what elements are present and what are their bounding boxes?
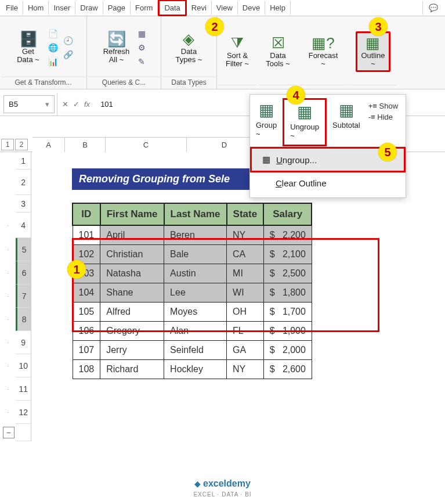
formula-value[interactable]: 101 bbox=[95, 93, 119, 116]
cell[interactable]: April bbox=[100, 225, 164, 245]
cell[interactable]: 101 bbox=[73, 225, 100, 245]
cell[interactable]: $ 2,600 bbox=[263, 360, 312, 379]
cell[interactable]: Natasha bbox=[100, 264, 164, 283]
edit-links-icon[interactable]: ✎ bbox=[135, 55, 148, 68]
from-table-icon[interactable]: 📊 bbox=[47, 55, 60, 68]
header-state[interactable]: State bbox=[227, 203, 264, 225]
cell[interactable]: Bale bbox=[164, 245, 227, 264]
header-salary[interactable]: Salary bbox=[263, 203, 312, 225]
cell[interactable]: Richard bbox=[100, 360, 164, 379]
outline-level-2[interactable]: 2 bbox=[15, 139, 28, 150]
cell[interactable]: Christian bbox=[100, 245, 164, 264]
cell[interactable]: CA bbox=[227, 245, 264, 264]
ungroup-button[interactable]: ▦ Ungroup~ bbox=[283, 98, 327, 146]
table-row[interactable]: 101AprilBerenNY$ 2,200 bbox=[73, 225, 312, 245]
table-row[interactable]: 105AlfredMoyesOH$ 1,700 bbox=[73, 303, 312, 322]
table-row[interactable]: 102ChristianBaleCA$ 2,100 bbox=[73, 245, 312, 264]
row-6[interactable]: 6 bbox=[16, 261, 31, 285]
cell[interactable]: $ 1,800 bbox=[263, 283, 312, 303]
header-last[interactable]: Last Name bbox=[164, 203, 227, 225]
existing-conn-icon[interactable]: 🔗 bbox=[62, 48, 75, 61]
cell[interactable]: Gregory bbox=[100, 322, 164, 341]
tab-draw[interactable]: Draw bbox=[75, 1, 103, 15]
tab-review[interactable]: Revi bbox=[187, 1, 212, 15]
comments-icon[interactable]: 💬 bbox=[422, 1, 444, 15]
group-button[interactable]: ▦ Group~ bbox=[250, 98, 283, 143]
cell[interactable]: Seinfeld bbox=[164, 341, 227, 360]
tab-help[interactable]: Help bbox=[265, 1, 291, 15]
col-header-c[interactable]: C bbox=[106, 137, 187, 152]
cell[interactable]: NY bbox=[227, 360, 264, 379]
tab-formulas[interactable]: Form bbox=[131, 1, 158, 15]
chevron-down-icon[interactable]: ▾ bbox=[45, 100, 49, 109]
cell[interactable]: $ 1,900 bbox=[263, 322, 312, 341]
row-2[interactable]: 2 bbox=[16, 170, 31, 195]
fx-icon[interactable]: fx bbox=[84, 100, 90, 109]
col-header-a[interactable]: A bbox=[32, 137, 65, 152]
properties-icon[interactable]: ⚙ bbox=[135, 41, 148, 54]
table-row[interactable]: 107JerrySeinfeldGA$ 2,000 bbox=[73, 341, 312, 360]
table-row[interactable]: 103NatashaAustinMI$ 2,500 bbox=[73, 264, 312, 283]
cell[interactable]: 104 bbox=[73, 283, 100, 303]
cell[interactable]: $ 2,200 bbox=[263, 225, 312, 245]
row-11[interactable]: 11 bbox=[16, 377, 31, 401]
row-3[interactable]: 3 bbox=[16, 195, 31, 213]
header-first[interactable]: First Name bbox=[100, 203, 164, 225]
cell[interactable]: Beren bbox=[164, 225, 227, 245]
cancel-icon[interactable]: ✕ bbox=[62, 100, 68, 109]
tab-home[interactable]: Hom bbox=[23, 1, 49, 15]
queries-icon[interactable]: ▦ bbox=[135, 27, 148, 40]
cell[interactable]: Lee bbox=[164, 283, 227, 303]
row-8[interactable]: 8 bbox=[16, 308, 31, 331]
cell[interactable]: MI bbox=[227, 264, 264, 283]
cell[interactable]: 108 bbox=[73, 360, 100, 379]
cell[interactable]: Alan bbox=[164, 322, 227, 341]
cell[interactable]: $ 2,500 bbox=[263, 264, 312, 283]
cell[interactable]: $ 2,100 bbox=[263, 245, 312, 264]
tab-view[interactable]: View bbox=[212, 1, 238, 15]
outline-button[interactable]: ▦ Outline~ bbox=[356, 31, 390, 73]
cell[interactable]: FL bbox=[227, 322, 264, 341]
cell[interactable]: Moyes bbox=[164, 303, 227, 322]
name-box[interactable]: B5 ▾ bbox=[3, 95, 55, 113]
from-web-icon[interactable]: 🌐 bbox=[47, 41, 60, 54]
cell[interactable]: Austin bbox=[164, 264, 227, 283]
get-data-button[interactable]: 🗄️ GetData ~ bbox=[12, 29, 45, 67]
outline-collapse[interactable]: − bbox=[3, 427, 15, 438]
tab-data[interactable]: Data bbox=[158, 0, 186, 16]
data-tools-button[interactable]: ☒ DataTools ~ bbox=[262, 33, 294, 71]
enter-icon[interactable]: ✓ bbox=[73, 100, 79, 109]
data-types-button[interactable]: ◈ DataTypes ~ bbox=[172, 29, 206, 67]
tab-file[interactable]: File bbox=[1, 1, 23, 15]
table-row[interactable]: 108RichardHockleyNY$ 2,600 bbox=[73, 360, 312, 379]
cell[interactable]: Hockley bbox=[164, 360, 227, 379]
row-1[interactable]: 1 bbox=[16, 152, 31, 170]
row-7[interactable]: 7 bbox=[16, 285, 31, 308]
row-9[interactable]: 9 bbox=[16, 331, 31, 354]
cell[interactable]: Alfred bbox=[100, 303, 164, 322]
refresh-all-button[interactable]: 🔄 RefreshAll ~ bbox=[100, 29, 133, 67]
cell[interactable]: 106 bbox=[73, 322, 100, 341]
table-row[interactable]: 106GregoryAlanFL$ 1,900 bbox=[73, 322, 312, 341]
row-10[interactable]: 10 bbox=[16, 354, 31, 377]
table-row[interactable]: 104ShaneLeeWI$ 1,800 bbox=[73, 283, 312, 303]
cell[interactable]: WI bbox=[227, 283, 264, 303]
forecast-button[interactable]: ▦? Forecast~ bbox=[305, 33, 342, 71]
recent-sources-icon[interactable]: 🕘 bbox=[62, 34, 75, 47]
hide-detail[interactable]: -≡ Hide bbox=[368, 113, 398, 121]
from-text-icon[interactable]: 📄 bbox=[47, 27, 60, 40]
tab-page[interactable]: Page bbox=[103, 1, 131, 15]
cell[interactable]: $ 1,700 bbox=[263, 303, 312, 322]
tab-developer[interactable]: Deve bbox=[238, 1, 265, 15]
cell[interactable]: OH bbox=[227, 303, 264, 322]
cell[interactable]: GA bbox=[227, 341, 264, 360]
cell[interactable]: Jerry bbox=[100, 341, 164, 360]
cell[interactable]: Shane bbox=[100, 283, 164, 303]
row-4[interactable]: 4 bbox=[16, 213, 31, 238]
subtotal-button[interactable]: ▦ Subtotal bbox=[327, 98, 366, 134]
tab-insert[interactable]: Inser bbox=[49, 1, 75, 15]
cell[interactable]: NY bbox=[227, 225, 264, 245]
show-detail[interactable]: +≡ Show bbox=[368, 102, 398, 110]
cell[interactable]: 105 bbox=[73, 303, 100, 322]
cell[interactable]: 107 bbox=[73, 341, 100, 360]
